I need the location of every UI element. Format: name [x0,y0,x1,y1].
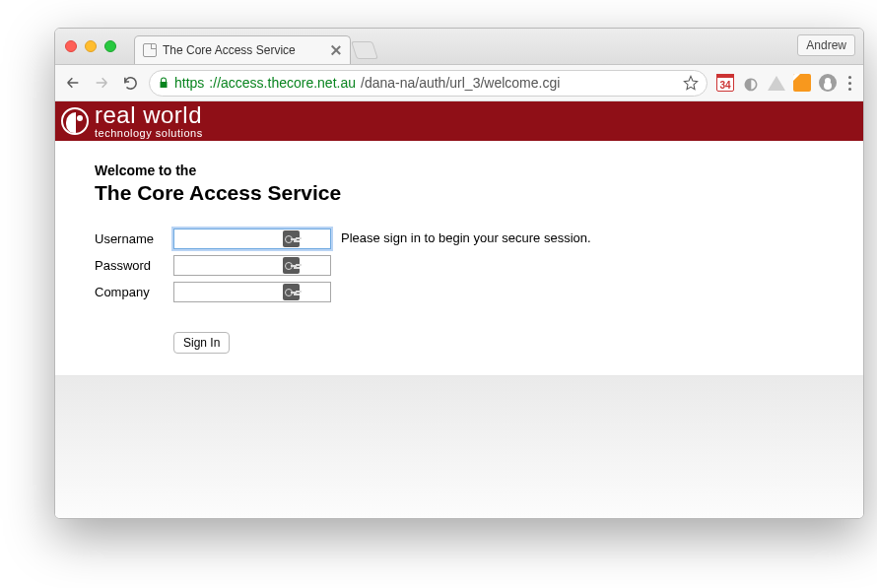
brand-mark-icon [61,107,89,135]
minimize-window-button[interactable] [85,40,97,52]
reload-button[interactable] [120,73,140,93]
close-window-button[interactable] [65,40,77,52]
signin-hint: Please sign in to begin your secure sess… [341,229,591,245]
extension-icon[interactable]: ◐ [742,74,760,92]
reload-icon [122,75,139,92]
bookmark-star-icon[interactable] [683,75,699,91]
profile-button[interactable]: Andrew [797,34,855,56]
username-label: Username [95,231,173,246]
lock-icon [158,76,169,90]
window-controls [55,40,116,52]
back-button[interactable] [63,73,83,93]
brand-logo: real world technology solutions [61,103,203,139]
arrow-right-icon [94,75,109,91]
keychain-icon[interactable] [283,257,300,274]
page-favicon-icon [143,43,157,57]
keychain-icon[interactable] [283,230,300,247]
browser-menu-button[interactable] [844,76,855,91]
close-tab-button[interactable] [330,44,342,56]
footer-gradient [55,375,863,518]
page-content: real world technology solutions Welcome … [55,101,863,518]
account-avatar-icon[interactable] [819,74,837,92]
welcome-pretitle: Welcome to the [95,163,863,178]
password-label: Password [95,258,173,273]
address-bar[interactable]: https://access.thecore.net.au/dana-na/au… [149,70,708,97]
maximize-window-button[interactable] [104,40,116,52]
analytics-extension-icon[interactable] [793,74,811,92]
brand-header: real world technology solutions [55,101,863,141]
username-input[interactable] [173,229,331,249]
extension-icons: 34 ◐ [716,74,855,92]
arrow-left-icon [65,75,81,91]
url-protocol: https [174,75,204,91]
browser-toolbar: https://access.thecore.net.au/dana-na/au… [55,65,863,101]
profile-name: Andrew [806,38,846,52]
page-title: The Core Access Service [95,181,863,205]
brand-name: real world [95,103,203,127]
keychain-icon[interactable] [283,284,300,300]
browser-tab[interactable]: The Core Access Service [134,35,351,64]
password-input[interactable] [173,255,331,276]
brand-tagline: technology solutions [95,128,203,139]
browser-window: The Core Access Service Andrew https://a… [54,28,864,519]
login-form-area: Username Password Company [95,229,863,354]
url-host: ://access.thecore.net.au [209,75,356,91]
company-input[interactable] [173,282,331,302]
drive-extension-icon[interactable] [768,74,785,92]
forward-button[interactable] [92,73,111,93]
login-page: Welcome to the The Core Access Service U… [55,141,863,354]
url-path: /dana-na/auth/url_3/welcome.cgi [361,75,560,91]
calendar-extension-icon[interactable]: 34 [716,74,734,92]
new-tab-button[interactable] [351,41,378,59]
login-form: Username Password Company [95,229,302,354]
company-label: Company [95,285,173,299]
tab-title: The Core Access Service [163,43,324,57]
titlebar: The Core Access Service Andrew [55,29,863,65]
sign-in-button[interactable]: Sign In [173,332,230,354]
